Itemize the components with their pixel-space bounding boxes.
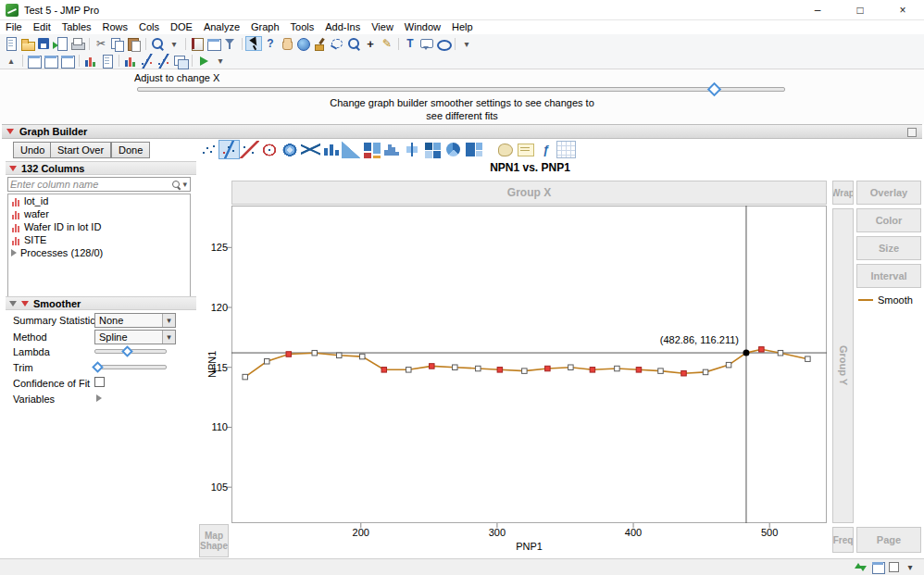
drop-zone-size[interactable]: Size	[856, 236, 921, 260]
palette-line-icon[interactable]	[301, 141, 320, 158]
palette-area-icon[interactable]	[342, 141, 361, 158]
red-triangle-menu-icon[interactable]	[6, 129, 14, 134]
palette-contour-icon[interactable]	[281, 141, 300, 158]
data-filter-icon[interactable]	[222, 36, 239, 51]
variables-disclosure-icon[interactable]	[96, 394, 102, 402]
lambda-slider-thumb[interactable]	[122, 345, 134, 357]
report-icon[interactable]	[99, 54, 116, 69]
minimize-button[interactable]: –	[796, 0, 839, 20]
magnifier-tool-icon[interactable]	[345, 36, 362, 51]
distribution-icon[interactable]	[122, 54, 139, 69]
open-icon[interactable]	[19, 36, 36, 51]
menu-help[interactable]: Help	[446, 20, 479, 34]
callout-icon[interactable]	[418, 36, 435, 51]
palette-mosaic-icon[interactable]	[362, 141, 381, 158]
refresh-data-icon[interactable]	[854, 561, 867, 573]
menu-edit[interactable]: Edit	[28, 20, 56, 34]
chevron-down-icon[interactable]: ▾	[162, 331, 175, 344]
plot-area[interactable]: (482.86, 116.211)	[231, 206, 827, 523]
method-select[interactable]: Spline ▾	[94, 330, 176, 344]
maximize-button[interactable]: □	[839, 0, 881, 20]
palette-map-shapes-icon[interactable]	[495, 141, 515, 158]
palette-heatmap-icon[interactable]	[423, 141, 443, 158]
cut-icon[interactable]: ✂	[93, 36, 109, 51]
palette-line-of-fit-icon[interactable]	[240, 141, 259, 158]
menu-tables[interactable]: Tables	[56, 20, 97, 34]
lasso-tool-icon[interactable]	[329, 36, 345, 51]
palette-treemap-icon[interactable]	[464, 141, 483, 158]
summary-statistic-select[interactable]: None ▾	[94, 313, 176, 328]
palette-histogram-icon[interactable]	[382, 141, 402, 158]
adjust-x-slider[interactable]	[137, 87, 785, 92]
column-list[interactable]: lot_idwaferWafer ID in lot IDSITEProcess…	[7, 194, 191, 297]
legend[interactable]: Smooth	[858, 294, 913, 306]
toolbar-overflow-icon[interactable]: ▾	[458, 36, 475, 51]
search-icon[interactable]	[149, 36, 166, 51]
drop-zone-freq[interactable]: Freq	[832, 527, 854, 553]
save-icon[interactable]	[36, 36, 53, 51]
crosshair-tool-icon[interactable]: +	[362, 36, 379, 51]
print-icon[interactable]	[69, 36, 86, 51]
chart-icon[interactable]	[82, 54, 99, 69]
pencil-tool-icon[interactable]: ✎	[379, 36, 395, 51]
column-search-box[interactable]: ▾	[7, 177, 191, 192]
menu-addins[interactable]: Add-Ins	[319, 20, 366, 34]
globe-tool-icon[interactable]	[295, 36, 312, 51]
column-item[interactable]: wafer	[8, 207, 190, 220]
undo-button[interactable]: Undo	[13, 142, 52, 158]
palette-smoother-icon[interactable]	[219, 141, 239, 158]
brush-tool-icon[interactable]	[312, 36, 329, 51]
drop-zone-color[interactable]: Color	[856, 208, 921, 232]
import-icon[interactable]	[53, 36, 69, 51]
menu-doe[interactable]: DOE	[165, 20, 198, 34]
drop-zone-wrap[interactable]: Wrap	[832, 181, 854, 205]
fit-y-by-x-icon[interactable]	[139, 54, 156, 69]
window-icon[interactable]	[172, 54, 189, 69]
paste-icon[interactable]	[126, 36, 143, 51]
confidence-of-fit-checkbox[interactable]	[94, 377, 105, 387]
menu-rows[interactable]: Rows	[97, 20, 134, 34]
start-over-button[interactable]: Start Over	[50, 142, 111, 158]
status-menu-caret-icon[interactable]: ▾	[904, 561, 917, 573]
menu-analyze[interactable]: Analyze	[198, 20, 245, 34]
smoother-panel-header[interactable]: Smoother	[6, 296, 196, 310]
grabber-tool-icon[interactable]	[279, 36, 295, 51]
menu-cols[interactable]: Cols	[133, 20, 165, 34]
chevron-down-icon[interactable]: ▾	[162, 314, 175, 327]
collapse-toolbars-icon[interactable]: ▴	[3, 54, 19, 69]
search-filter-caret-icon[interactable]: ▾	[181, 180, 188, 189]
column-item[interactable]: Processes (128/0)	[8, 246, 190, 259]
summary-table-icon[interactable]	[43, 54, 59, 69]
trim-slider-thumb[interactable]	[92, 361, 104, 373]
column-search-input[interactable]	[10, 179, 171, 190]
drop-zone-map-shape[interactable]: Map Shape	[199, 524, 229, 557]
column-item[interactable]: lot_id	[8, 194, 190, 207]
menu-window[interactable]: Window	[399, 20, 446, 34]
column-item[interactable]: SITE	[8, 233, 190, 246]
data-table-icon[interactable]	[26, 54, 43, 69]
layout-icon[interactable]	[206, 36, 222, 51]
palette-density-ellipse-icon[interactable]	[260, 141, 280, 158]
palette-pie-icon[interactable]	[443, 141, 463, 158]
palette-caption-box-icon[interactable]	[516, 141, 535, 158]
profiler-icon[interactable]	[156, 54, 172, 69]
new-data-table-icon[interactable]	[3, 36, 19, 51]
palette-matrix-icon[interactable]	[556, 141, 576, 158]
x-axis-title[interactable]: PNP1	[231, 541, 827, 552]
columns-red-triangle-icon[interactable]	[9, 166, 17, 171]
annotate-text-icon[interactable]: T	[402, 36, 418, 51]
column-item[interactable]: Wafer ID in lot ID	[8, 220, 190, 233]
columns-panel-header[interactable]: 132 Columns	[6, 161, 196, 175]
smoother-red-triangle-icon[interactable]	[21, 301, 29, 306]
trim-slider[interactable]	[94, 365, 167, 369]
drop-zone-group-y[interactable]: Group Y	[832, 208, 854, 523]
copy-icon[interactable]	[109, 36, 126, 51]
drop-zone-group-x[interactable]: Group X	[231, 181, 827, 205]
status-checkbox[interactable]	[889, 562, 899, 572]
data-table-status-icon[interactable]	[871, 561, 884, 573]
palette-formula-icon[interactable]: ƒ	[536, 141, 556, 158]
help-tool-icon[interactable]: ?	[262, 36, 279, 51]
search-icon[interactable]	[171, 180, 181, 190]
drop-zone-interval[interactable]: Interval	[856, 264, 921, 288]
palette-box-plot-icon[interactable]	[403, 141, 422, 158]
